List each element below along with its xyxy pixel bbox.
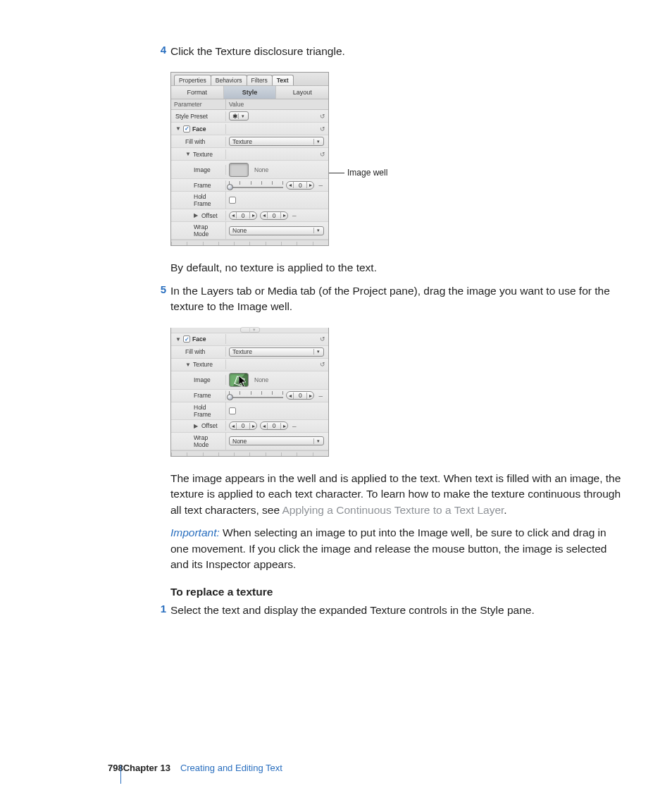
label-hold-frame: Hold Frame [194,404,223,418]
keyframe-icon[interactable]: – [291,211,298,219]
subhead-replace-texture: To replace a texture [170,586,621,598]
label-wrap-mode: Wrap Mode [194,434,223,448]
stepper-left-icon[interactable]: ◂ [261,423,268,429]
subtab-format[interactable]: Format [171,86,224,99]
caret-icon: ▾ [313,349,321,355]
offset-y-stepper[interactable]: ◂0▸ [260,421,288,430]
row-offset: ▶Offset ◂0▸ ◂0▸ – [171,209,328,222]
label-fill-with: Fill with [185,138,205,145]
reset-icon[interactable]: ↺ [320,361,325,368]
caret-icon: ▾ [313,139,321,144]
stepper-left-icon[interactable]: ◂ [230,212,237,218]
reset-icon[interactable]: ↺ [320,151,325,158]
image-well[interactable] [229,163,249,177]
fill-with-popup[interactable]: Texture▾ [229,137,324,146]
tab-text[interactable]: Text [272,75,294,85]
offset-y-stepper[interactable]: ◂0▸ [260,211,288,220]
stepper-right-icon[interactable]: ▸ [249,423,256,429]
callout-label: Image well [347,168,387,178]
ruler [171,240,328,245]
stepper-right-icon[interactable]: ▸ [306,393,313,399]
inspector-panel-cropped: ▾ ▼✓Face ↺ Fill with Texture▾ ▼Texture [170,328,329,457]
row-hold-frame: Hold Frame ✓ [171,192,328,209]
row-style-preset: Style Preset ✱▾ ↺ [171,110,328,123]
face-checkbox[interactable]: ✓ [183,125,190,133]
reset-icon[interactable]: ↺ [320,125,325,133]
stepper-right-icon[interactable]: ▸ [280,423,287,429]
frame-slider[interactable] [229,184,283,187]
style-preset-popup[interactable]: ✱▾ [229,111,249,121]
label-frame: Frame [194,392,211,399]
tab-filters[interactable]: Filters [247,75,273,85]
reset-icon[interactable]: ↺ [320,335,325,343]
chapter-title: Creating and Editing Text [180,763,282,773]
cursor-icon [239,376,249,388]
row-face: ▼✓Face ↺ [171,123,328,135]
tab-properties[interactable]: Properties [174,75,211,85]
offset-x-stepper[interactable]: ◂0▸ [229,421,257,430]
step-4: 4 Click the Texture disclosure triangle. [170,44,621,59]
tab-behaviors[interactable]: Behaviors [211,75,247,85]
label-offset: Offset [201,212,218,219]
stepper-right-icon[interactable]: ▸ [306,182,313,188]
offset-x-value: 0 [237,422,249,429]
image-value: None [254,376,268,383]
row-fill-with: Fill with Texture▾ [171,346,328,359]
offset-x-value: 0 [237,212,249,219]
disclosure-triangle-icon[interactable]: ▼ [185,151,191,157]
offset-x-stepper[interactable]: ◂0▸ [229,211,257,220]
fill-with-value: Texture [232,348,252,355]
label-face: Face [192,335,206,343]
step-text: Click the Texture disclosure triangle. [170,44,345,59]
stepper-right-icon[interactable]: ▸ [280,212,287,218]
gear-icon: ✱ [232,113,238,120]
row-image: Image None [171,371,328,390]
label-wrap-mode: Wrap Mode [194,223,223,238]
inspector-tabbar: Properties Behaviors Filters Text [171,73,328,86]
disclosure-triangle-icon[interactable]: ▼ [175,336,181,343]
offset-y-value: 0 [268,212,280,219]
fill-with-popup[interactable]: Texture▾ [229,347,324,357]
disclosure-triangle-icon[interactable]: ▼ [175,125,181,132]
hold-frame-checkbox[interactable]: ✓ [229,407,236,414]
disclosure-triangle-icon[interactable]: ▼ [185,362,191,368]
frame-stepper[interactable]: ◂0▸ [286,181,314,190]
frame-slider[interactable] [229,394,283,397]
step-1-replace: 1 Select the text and display the expand… [170,603,621,618]
parameter-rows: ▼✓Face ↺ Fill with Texture▾ ▼Texture ↺ [171,333,328,450]
row-image: Image None [171,161,328,179]
reset-icon[interactable]: ↺ [320,113,325,120]
disclosure-triangle-icon[interactable]: ▶ [194,212,199,218]
subtab-style[interactable]: Style [224,86,277,99]
stepper-left-icon[interactable]: ◂ [287,182,294,188]
subtab-layout[interactable]: Layout [276,86,328,99]
keyframe-icon[interactable]: – [317,392,324,400]
fill-with-value: Texture [232,138,252,145]
manual-page: 4 Click the Texture disclosure triangle.… [0,0,672,807]
keyframe-icon[interactable]: – [291,422,298,430]
step-5: 5 In the Layers tab or Media tab (of the… [170,283,621,315]
stepper-left-icon[interactable]: ◂ [230,423,237,429]
wrap-mode-popup[interactable]: None▾ [229,436,324,445]
stepper-left-icon[interactable]: ◂ [261,212,268,218]
label-texture: Texture [193,361,213,368]
frame-value: 0 [294,392,306,399]
important-text: When selecting an image to put into the … [170,526,607,570]
wrap-mode-popup[interactable]: None▾ [229,226,324,235]
hold-frame-checkbox[interactable]: ✓ [229,197,236,204]
frame-stepper[interactable]: ◂0▸ [286,391,314,400]
frame-value: 0 [294,182,306,189]
keyframe-icon[interactable]: – [317,181,324,189]
row-fill-with: Fill with Texture▾ [171,135,328,148]
disclosure-triangle-icon[interactable]: ▶ [194,423,199,429]
face-checkbox[interactable]: ✓ [183,335,190,343]
offset-y-value: 0 [268,422,280,429]
style-preset-popup[interactable]: ▾ [240,327,260,333]
wrap-mode-value: None [232,227,247,234]
link-continuous-texture[interactable]: Applying a Continuous Texture to a Text … [282,504,504,516]
row-frame: Frame ◂0▸ – [171,390,328,402]
figure-inspector-1: Properties Behaviors Filters Text Format… [170,72,621,246]
stepper-right-icon[interactable]: ▸ [249,212,256,218]
row-texture: ▼Texture ↺ [171,148,328,161]
stepper-left-icon[interactable]: ◂ [287,393,294,399]
